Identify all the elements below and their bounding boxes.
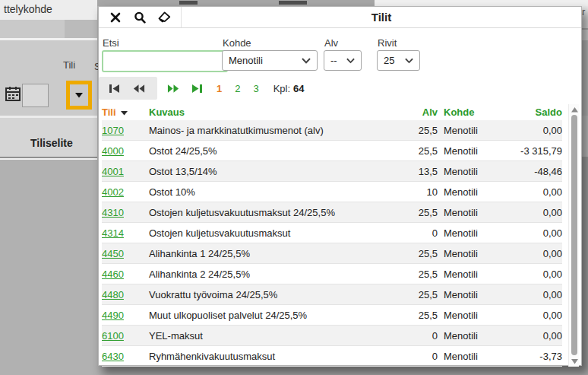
bg-disabled-field[interactable] [0,20,65,38]
account-link[interactable]: 4001 [102,166,149,177]
scroll-down-icon[interactable] [571,358,578,365]
bg-right-strip [581,157,588,375]
column-header-kohde[interactable]: Kohde [438,106,512,118]
account-description: Ostot 10% [149,186,377,198]
account-link[interactable]: 6430 [102,351,149,362]
account-balance: 0,00 [512,125,562,136]
account-description: Ostot 13,5/14% [149,166,377,177]
first-page-icon[interactable] [109,83,121,94]
table-row[interactable]: 4490Muut ulkopuoliset palvelut 24/25,5%2… [102,305,562,326]
account-balance: 0,00 [512,207,562,218]
scroll-up-icon[interactable] [571,106,578,113]
chevron-down-icon [405,55,413,66]
bg-top-band-right [375,0,588,6]
account-vat: 0 [377,330,438,342]
account-description: Mainos- ja markkinatutkimusmenot (alv) [149,125,377,136]
account-description: Muut ulkopuoliset palvelut 24/25,5% [149,310,377,321]
tili-dropdown-button-highlighted[interactable] [66,81,92,110]
account-link[interactable]: 4000 [102,145,149,157]
account-description: YEL-maksut [149,330,377,342]
column-header-tili[interactable]: Tili [102,106,149,118]
account-balance: 0,00 [512,227,562,239]
account-link[interactable]: 4480 [102,289,149,300]
table-row[interactable]: 4460Alihankinta 2 24/25,5%25,5Menotili0,… [102,264,562,284]
account-vat: 25,5 [377,145,438,157]
account-link[interactable]: 4310 [102,207,149,218]
bg-tili-input[interactable] [22,84,49,107]
account-description: Ostot 24/25,5% [149,145,377,157]
account-vat: 25,5 [377,289,438,300]
account-vat: 0 [377,227,438,239]
account-balance: 0,00 [512,269,562,280]
account-vat: 25,5 [377,248,438,259]
account-balance: 0,00 [512,330,562,342]
table-row[interactable]: 4002Ostot 10%10Menotili0,00 [102,182,562,202]
account-type: Menotili [438,330,512,342]
rivit-select-value: 25 [384,55,394,66]
bg-top-band-mid [97,0,375,6]
table-row[interactable]: 1070Mainos- ja markkinatutkimusmenot (al… [102,120,562,141]
eraser-icon[interactable] [156,10,172,25]
account-vat: 25,5 [377,310,438,321]
column-header-saldo[interactable]: Saldo [512,106,562,118]
next-page-icon[interactable] [167,83,179,94]
result-count: Kpl:64 [273,83,305,94]
vertical-scrollbar [568,104,579,367]
account-balance: 0,00 [512,310,562,321]
calendar-icon[interactable] [5,85,21,102]
search-icon[interactable] [132,10,147,25]
dialog-title: Tilit [182,7,581,27]
account-link[interactable]: 4460 [102,269,149,280]
table-row[interactable]: 4001Ostot 13,5/14%13,5Menotili-48,46 [102,161,562,182]
account-type: Menotili [438,248,512,259]
table-row[interactable]: 4314Ostojen kuljetusvakuutusmaksut0Menot… [102,223,562,243]
kohde-select-value: Menotili [229,55,263,66]
count-label: Kpl: [273,83,290,94]
scrollbar-thumb[interactable] [571,115,577,355]
account-link[interactable]: 4314 [102,227,149,239]
table-row[interactable]: 4450Alihankinta 1 24/25,5%25,5Menotili0,… [102,243,562,264]
table-row[interactable]: 6100YEL-maksut0Menotili0,00 [102,326,562,346]
table-row[interactable]: 4480Vuokrattu työvoima 24/25,5%25,5Menot… [102,284,562,305]
account-vat: 25,5 [377,207,438,218]
account-table: 1070Mainos- ja markkinatutkimusmenot (al… [102,120,562,367]
previous-page-icon[interactable] [133,83,145,94]
page-link-1[interactable]: 1 [217,83,222,94]
close-icon[interactable] [108,10,123,25]
account-link[interactable]: 4490 [102,310,149,321]
bg-right-strip [581,30,588,40]
page-links: 123 [217,83,259,94]
account-description: Ryhmähenkivakuutusmaksut [149,351,377,362]
column-header-kuvaus[interactable]: Kuvaus [149,106,377,118]
account-type: Menotili [438,227,512,239]
bg-disabled-field[interactable] [65,20,97,38]
page-link-3[interactable]: 3 [253,83,258,94]
tili-header-label: Tili [102,106,116,118]
rivit-select[interactable]: 25 [377,50,420,71]
table-row[interactable]: 4000Ostot 24/25,5%25,5Menotili-3 315,79 [102,141,562,161]
bg-right-strip [581,116,588,157]
account-description: Alihankinta 2 24/25,5% [149,269,377,280]
account-balance: -48,46 [512,166,562,177]
account-link[interactable]: 6100 [102,330,149,342]
table-row[interactable]: 6430Ryhmähenkivakuutusmaksut0Menotili-3,… [102,346,562,367]
account-link[interactable]: 1070 [102,125,149,136]
account-link[interactable]: 4450 [102,248,149,259]
account-description: Ostojen kuljetusvakuutusmaksut 24/25,5% [149,207,377,218]
bg-right-strip [581,40,588,116]
account-balance: 0,00 [512,289,562,300]
dialog-header: Tilit [99,7,581,28]
column-header-alv[interactable]: Alv [377,106,438,118]
account-type: Menotili [438,289,512,300]
table-row[interactable]: 4310Ostojen kuljetusvakuutusmaksut 24/25… [102,202,562,223]
last-page-icon[interactable] [191,83,204,94]
alv-label: Alv [324,37,338,49]
pagination-active-group [167,83,204,94]
alv-select[interactable]: -- [324,50,362,71]
kohde-select[interactable]: Menotili [222,50,318,71]
page-link-2[interactable]: 2 [235,83,240,94]
search-input[interactable] [102,50,228,72]
account-balance: 0,00 [512,248,562,259]
etsi-label: Etsi [103,37,119,49]
account-link[interactable]: 4002 [102,186,149,198]
